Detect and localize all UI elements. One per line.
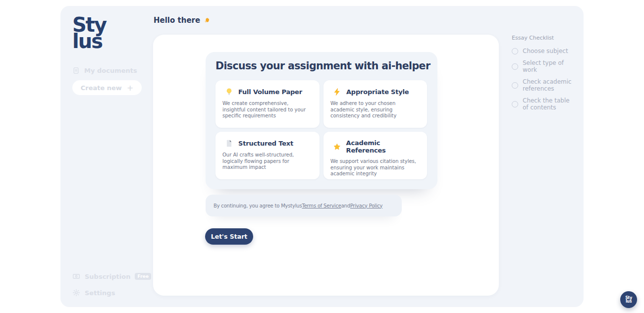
terms-and: and <box>341 203 350 209</box>
feature-title: Academic References <box>346 139 420 154</box>
waving-hand-icon <box>204 17 211 24</box>
assignment-panel: Discuss your assignment with ai-helper F… <box>206 52 437 189</box>
sidebar-item-label: My documents <box>84 67 137 74</box>
radio-circle-icon <box>512 63 518 70</box>
page-title: Discuss your assignment with ai-helper <box>215 60 430 72</box>
feature-card-academic-references: Academic References We support various c… <box>323 132 427 179</box>
checklist-item-check-contents: Check the table of contents <box>512 97 576 111</box>
essay-checklist: Essay Checklist Choose subject Select ty… <box>512 35 576 116</box>
radio-circle-icon <box>512 101 518 107</box>
page: Sty lus My documents Create new + Subscr… <box>0 0 644 313</box>
app-container: Sty lus My documents Create new + Subscr… <box>60 6 584 307</box>
feature-card-full-volume-paper: Full Volume Paper We create comprehensiv… <box>215 80 320 128</box>
sidebar-item-settings[interactable]: Settings <box>72 289 115 297</box>
sidebar-item-my-documents[interactable]: My documents <box>72 67 137 74</box>
radio-circle-icon <box>512 82 518 89</box>
lightning-icon <box>333 88 341 96</box>
feature-card-grid: Full Volume Paper We create comprehensiv… <box>215 80 427 179</box>
terms-of-service-link[interactable]: Terms of Service <box>302 203 341 209</box>
checklist-item-choose-subject: Choose subject <box>512 48 576 54</box>
page-icon <box>225 139 233 148</box>
checklist-item-check-references: Check academic references <box>512 78 576 92</box>
chat-fab-logo-line2: lus <box>620 300 637 304</box>
feature-description: We support various citation styles, ensu… <box>330 158 420 177</box>
checklist-item-label: Check academic references <box>523 78 575 92</box>
brand-logo-line2: lus <box>72 33 106 50</box>
lets-start-button[interactable]: Let's Start <box>205 228 253 245</box>
feature-title: Full Volume Paper <box>238 88 302 96</box>
brand-logo: Sty lus <box>72 17 106 50</box>
settings-label: Settings <box>85 289 115 297</box>
checklist-item-select-type: Select type of work <box>512 59 576 73</box>
feature-card-appropriate-style: Appropriate Style We adhere to your chos… <box>323 80 427 128</box>
feature-title: Structured Text <box>238 140 293 147</box>
feature-description: We adhere to your chosen academic style,… <box>330 101 420 119</box>
create-new-button[interactable]: Create new + <box>72 80 142 95</box>
feature-card-structured-text: Structured Text Our AI crafts well-struc… <box>215 132 320 179</box>
terms-strip: By continuing, you agree to Mystylus Ter… <box>206 195 402 216</box>
create-new-label: Create new <box>81 84 122 92</box>
terms-text: By continuing, you agree to Mystylus <box>214 203 302 209</box>
radio-circle-icon <box>512 48 518 54</box>
checklist-item-label: Check the table of contents <box>523 97 575 111</box>
checklist-item-label: Select type of work <box>523 59 575 73</box>
greeting: Hello there <box>154 16 211 25</box>
feature-description: Our AI crafts well-structured, logically… <box>222 152 313 171</box>
feature-description: We create comprehensive, insightful cont… <box>222 101 313 119</box>
banknote-icon <box>72 272 80 280</box>
checklist-item-label: Choose subject <box>523 48 568 54</box>
star-icon <box>333 143 341 151</box>
checklist-title: Essay Checklist <box>512 35 576 41</box>
light-bulb-icon <box>225 88 233 96</box>
privacy-policy-link[interactable]: Privacy Policy <box>350 203 382 209</box>
sidebar-item-subscription[interactable]: Subscription Free <box>72 272 151 280</box>
gear-icon <box>72 289 80 297</box>
document-icon <box>72 67 80 74</box>
feature-title: Appropriate Style <box>346 88 409 96</box>
greeting-text: Hello there <box>154 16 200 25</box>
main-card: Discuss your assignment with ai-helper F… <box>153 35 499 296</box>
subscription-label: Subscription <box>85 273 130 280</box>
chat-fab-button[interactable]: Sty lus <box>620 291 637 308</box>
plus-icon: + <box>127 83 133 93</box>
free-plan-badge: Free <box>135 273 151 280</box>
